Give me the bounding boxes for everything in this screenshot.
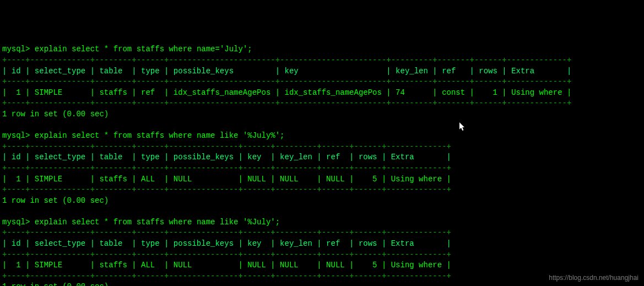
mysql-prompt: mysql>	[2, 131, 30, 140]
table-separator: +----+-------------+--------+------+----…	[2, 77, 571, 86]
table-data-row: | 1 | SIMPLE | staffs | ref | idx_staffs…	[2, 88, 571, 97]
result-footer: 1 row in set (0.00 sec)	[2, 196, 109, 205]
table-header-row: | id | select_type | table | type | poss…	[2, 67, 571, 75]
mysql-prompt: mysql>	[2, 45, 30, 53]
table-separator: +----+-------------+--------+------+----…	[2, 250, 451, 259]
query-block-1: mysql> explain select * from staffs wher…	[2, 131, 451, 205]
terminal-output: mysql> explain select * from staffs wher…	[2, 44, 642, 286]
query-block-2: mysql> explain select * from staffs wher…	[2, 218, 451, 286]
watermark-text: https://blog.csdn.net/huangjhai	[549, 273, 638, 283]
sql-statement: explain select * from staffs where name …	[35, 218, 280, 226]
table-separator: +----+-------------+--------+------+----…	[2, 272, 451, 280]
table-header-row: | id | select_type | table | type | poss…	[2, 153, 451, 161]
sql-statement: explain select * from staffs where name …	[35, 131, 285, 140]
sql-statement: explain select * from staffs where name=…	[35, 45, 252, 53]
table-separator: +----+-------------+--------+------+----…	[2, 142, 451, 151]
table-separator: +----+-------------+--------+------+----…	[2, 228, 451, 237]
table-data-row: | 1 | SIMPLE | staffs | ALL | NULL | NUL…	[2, 261, 451, 269]
table-data-row: | 1 | SIMPLE | staffs | ALL | NULL | NUL…	[2, 175, 451, 184]
table-separator: +----+-------------+--------+------+----…	[2, 56, 571, 64]
query-block-0: mysql> explain select * from staffs wher…	[2, 45, 571, 118]
mysql-prompt: mysql>	[2, 218, 30, 226]
table-separator: +----+-------------+--------+------+----…	[2, 164, 451, 172]
table-header-row: | id | select_type | table | type | poss…	[2, 239, 451, 248]
table-separator: +----+-------------+--------+------+----…	[2, 185, 451, 194]
result-footer: 1 row in set (0.00 sec)	[2, 110, 109, 118]
table-separator: +----+-------------+--------+------+----…	[2, 99, 571, 107]
result-footer: 1 row in set (0.00 sec)	[2, 282, 109, 286]
